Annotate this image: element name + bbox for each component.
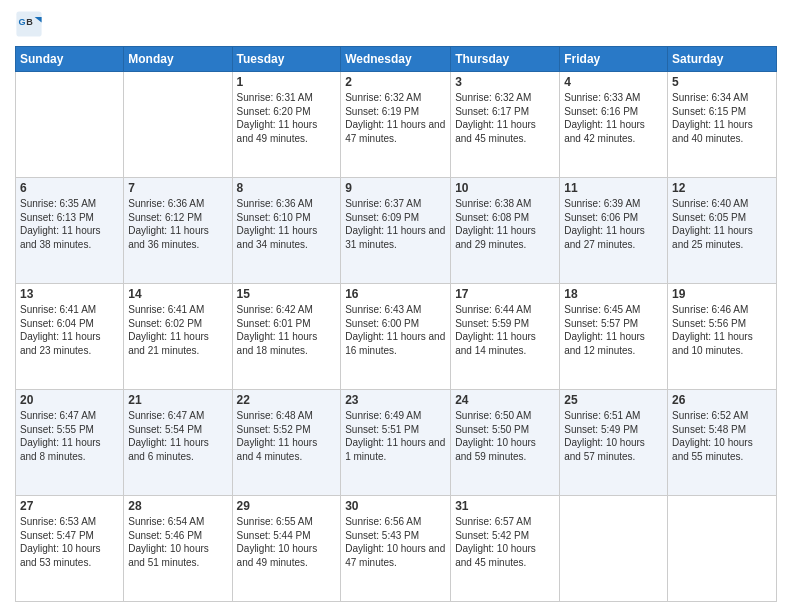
calendar-cell: 9Sunrise: 6:37 AM Sunset: 6:09 PM Daylig… (341, 178, 451, 284)
day-content: Sunrise: 6:34 AM Sunset: 6:15 PM Dayligh… (672, 91, 772, 145)
svg-text:G: G (19, 17, 26, 27)
weekday-header-wednesday: Wednesday (341, 47, 451, 72)
day-content: Sunrise: 6:41 AM Sunset: 6:02 PM Dayligh… (128, 303, 227, 357)
calendar-cell: 17Sunrise: 6:44 AM Sunset: 5:59 PM Dayli… (451, 284, 560, 390)
calendar-cell: 2Sunrise: 6:32 AM Sunset: 6:19 PM Daylig… (341, 72, 451, 178)
calendar-cell: 28Sunrise: 6:54 AM Sunset: 5:46 PM Dayli… (124, 496, 232, 602)
day-number: 3 (455, 75, 555, 89)
day-number: 20 (20, 393, 119, 407)
day-number: 5 (672, 75, 772, 89)
calendar-cell: 5Sunrise: 6:34 AM Sunset: 6:15 PM Daylig… (668, 72, 777, 178)
day-number: 17 (455, 287, 555, 301)
day-content: Sunrise: 6:52 AM Sunset: 5:48 PM Dayligh… (672, 409, 772, 463)
calendar-week-row: 6Sunrise: 6:35 AM Sunset: 6:13 PM Daylig… (16, 178, 777, 284)
day-number: 19 (672, 287, 772, 301)
day-number: 18 (564, 287, 663, 301)
calendar-cell: 16Sunrise: 6:43 AM Sunset: 6:00 PM Dayli… (341, 284, 451, 390)
day-content: Sunrise: 6:41 AM Sunset: 6:04 PM Dayligh… (20, 303, 119, 357)
day-content: Sunrise: 6:54 AM Sunset: 5:46 PM Dayligh… (128, 515, 227, 569)
day-content: Sunrise: 6:36 AM Sunset: 6:12 PM Dayligh… (128, 197, 227, 251)
day-number: 24 (455, 393, 555, 407)
calendar-cell: 12Sunrise: 6:40 AM Sunset: 6:05 PM Dayli… (668, 178, 777, 284)
day-content: Sunrise: 6:32 AM Sunset: 6:19 PM Dayligh… (345, 91, 446, 145)
calendar-week-row: 1Sunrise: 6:31 AM Sunset: 6:20 PM Daylig… (16, 72, 777, 178)
calendar-cell: 11Sunrise: 6:39 AM Sunset: 6:06 PM Dayli… (560, 178, 668, 284)
day-number: 6 (20, 181, 119, 195)
calendar-week-row: 20Sunrise: 6:47 AM Sunset: 5:55 PM Dayli… (16, 390, 777, 496)
day-content: Sunrise: 6:50 AM Sunset: 5:50 PM Dayligh… (455, 409, 555, 463)
day-content: Sunrise: 6:56 AM Sunset: 5:43 PM Dayligh… (345, 515, 446, 569)
calendar-cell: 4Sunrise: 6:33 AM Sunset: 6:16 PM Daylig… (560, 72, 668, 178)
day-number: 27 (20, 499, 119, 513)
day-number: 25 (564, 393, 663, 407)
calendar-cell: 27Sunrise: 6:53 AM Sunset: 5:47 PM Dayli… (16, 496, 124, 602)
calendar-cell: 1Sunrise: 6:31 AM Sunset: 6:20 PM Daylig… (232, 72, 341, 178)
day-content: Sunrise: 6:47 AM Sunset: 5:54 PM Dayligh… (128, 409, 227, 463)
weekday-header-row: SundayMondayTuesdayWednesdayThursdayFrid… (16, 47, 777, 72)
calendar-cell (16, 72, 124, 178)
day-content: Sunrise: 6:39 AM Sunset: 6:06 PM Dayligh… (564, 197, 663, 251)
day-content: Sunrise: 6:37 AM Sunset: 6:09 PM Dayligh… (345, 197, 446, 251)
calendar-cell: 30Sunrise: 6:56 AM Sunset: 5:43 PM Dayli… (341, 496, 451, 602)
weekday-header-monday: Monday (124, 47, 232, 72)
day-content: Sunrise: 6:38 AM Sunset: 6:08 PM Dayligh… (455, 197, 555, 251)
calendar-cell: 23Sunrise: 6:49 AM Sunset: 5:51 PM Dayli… (341, 390, 451, 496)
calendar-week-row: 27Sunrise: 6:53 AM Sunset: 5:47 PM Dayli… (16, 496, 777, 602)
page: G B SundayMondayTuesdayWednesdayThursday… (0, 0, 792, 612)
day-number: 31 (455, 499, 555, 513)
day-number: 14 (128, 287, 227, 301)
day-content: Sunrise: 6:42 AM Sunset: 6:01 PM Dayligh… (237, 303, 337, 357)
day-content: Sunrise: 6:43 AM Sunset: 6:00 PM Dayligh… (345, 303, 446, 357)
day-number: 8 (237, 181, 337, 195)
calendar-table: SundayMondayTuesdayWednesdayThursdayFrid… (15, 46, 777, 602)
day-content: Sunrise: 6:40 AM Sunset: 6:05 PM Dayligh… (672, 197, 772, 251)
day-content: Sunrise: 6:35 AM Sunset: 6:13 PM Dayligh… (20, 197, 119, 251)
day-content: Sunrise: 6:36 AM Sunset: 6:10 PM Dayligh… (237, 197, 337, 251)
svg-text:B: B (26, 17, 33, 27)
calendar-cell: 22Sunrise: 6:48 AM Sunset: 5:52 PM Dayli… (232, 390, 341, 496)
day-content: Sunrise: 6:51 AM Sunset: 5:49 PM Dayligh… (564, 409, 663, 463)
day-number: 23 (345, 393, 446, 407)
day-number: 30 (345, 499, 446, 513)
day-content: Sunrise: 6:44 AM Sunset: 5:59 PM Dayligh… (455, 303, 555, 357)
day-content: Sunrise: 6:33 AM Sunset: 6:16 PM Dayligh… (564, 91, 663, 145)
day-number: 9 (345, 181, 446, 195)
day-number: 7 (128, 181, 227, 195)
weekday-header-tuesday: Tuesday (232, 47, 341, 72)
day-content: Sunrise: 6:32 AM Sunset: 6:17 PM Dayligh… (455, 91, 555, 145)
day-number: 2 (345, 75, 446, 89)
day-number: 4 (564, 75, 663, 89)
day-number: 28 (128, 499, 227, 513)
weekday-header-saturday: Saturday (668, 47, 777, 72)
calendar-cell: 14Sunrise: 6:41 AM Sunset: 6:02 PM Dayli… (124, 284, 232, 390)
header: G B (15, 10, 777, 38)
calendar-cell: 25Sunrise: 6:51 AM Sunset: 5:49 PM Dayli… (560, 390, 668, 496)
day-content: Sunrise: 6:57 AM Sunset: 5:42 PM Dayligh… (455, 515, 555, 569)
day-content: Sunrise: 6:31 AM Sunset: 6:20 PM Dayligh… (237, 91, 337, 145)
calendar-cell: 29Sunrise: 6:55 AM Sunset: 5:44 PM Dayli… (232, 496, 341, 602)
calendar-cell: 10Sunrise: 6:38 AM Sunset: 6:08 PM Dayli… (451, 178, 560, 284)
weekday-header-thursday: Thursday (451, 47, 560, 72)
day-number: 22 (237, 393, 337, 407)
calendar-cell: 7Sunrise: 6:36 AM Sunset: 6:12 PM Daylig… (124, 178, 232, 284)
day-number: 21 (128, 393, 227, 407)
day-number: 16 (345, 287, 446, 301)
calendar-cell: 19Sunrise: 6:46 AM Sunset: 5:56 PM Dayli… (668, 284, 777, 390)
day-number: 13 (20, 287, 119, 301)
day-number: 15 (237, 287, 337, 301)
calendar-cell: 15Sunrise: 6:42 AM Sunset: 6:01 PM Dayli… (232, 284, 341, 390)
day-number: 26 (672, 393, 772, 407)
weekday-header-sunday: Sunday (16, 47, 124, 72)
calendar-cell (668, 496, 777, 602)
day-content: Sunrise: 6:49 AM Sunset: 5:51 PM Dayligh… (345, 409, 446, 463)
calendar-cell: 6Sunrise: 6:35 AM Sunset: 6:13 PM Daylig… (16, 178, 124, 284)
calendar-cell: 8Sunrise: 6:36 AM Sunset: 6:10 PM Daylig… (232, 178, 341, 284)
calendar-cell: 13Sunrise: 6:41 AM Sunset: 6:04 PM Dayli… (16, 284, 124, 390)
calendar-cell: 24Sunrise: 6:50 AM Sunset: 5:50 PM Dayli… (451, 390, 560, 496)
day-number: 10 (455, 181, 555, 195)
day-number: 11 (564, 181, 663, 195)
calendar-cell: 20Sunrise: 6:47 AM Sunset: 5:55 PM Dayli… (16, 390, 124, 496)
logo-icon: G B (15, 10, 43, 38)
calendar-cell: 26Sunrise: 6:52 AM Sunset: 5:48 PM Dayli… (668, 390, 777, 496)
calendar-cell: 31Sunrise: 6:57 AM Sunset: 5:42 PM Dayli… (451, 496, 560, 602)
